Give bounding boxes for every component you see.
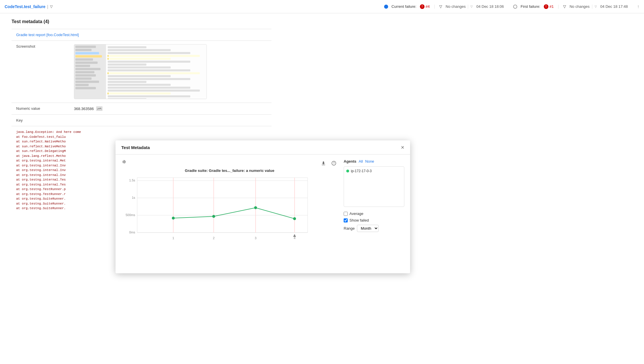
show-failed-checkbox-row: Show failed bbox=[344, 218, 404, 222]
agents-all-link[interactable]: All bbox=[359, 159, 363, 164]
no-changes-chevron[interactable]: ▽ bbox=[470, 5, 473, 8]
average-label: Average bbox=[349, 211, 363, 216]
svg-text:2: 2 bbox=[213, 236, 215, 240]
current-failure-row: Current failure: ! #4 ▽ No changes ▽ 04 … bbox=[384, 4, 504, 9]
data-point-2[interactable] bbox=[212, 215, 215, 218]
agents-label: Agents bbox=[344, 159, 356, 164]
current-failure-label: Current failure: bbox=[392, 4, 416, 9]
svg-text:0ms: 0ms bbox=[129, 231, 135, 234]
current-no-changes[interactable]: No changes ▽ bbox=[446, 4, 473, 9]
chart-controls bbox=[121, 159, 126, 165]
svg-text:3: 3 bbox=[255, 236, 256, 240]
svg-text:1: 1 bbox=[172, 236, 174, 240]
average-checkbox[interactable] bbox=[344, 212, 348, 216]
gear-icon[interactable] bbox=[121, 159, 126, 165]
svg-point-0 bbox=[123, 161, 125, 163]
table-row-key: Key bbox=[12, 115, 271, 126]
page-title: CodeTest.test_failure bbox=[5, 4, 45, 9]
first-no-changes-text: No changes bbox=[569, 4, 589, 9]
first-failure-badge[interactable]: ! #1 bbox=[544, 4, 554, 9]
stacktrace-line: at foo.CodeTest.test_failu bbox=[16, 135, 628, 140]
show-failed-label: Show failed bbox=[349, 218, 369, 222]
chart-action-buttons: ? bbox=[319, 159, 338, 167]
section-title: Test metadata (4) bbox=[12, 19, 632, 24]
divider1 bbox=[434, 5, 435, 9]
agents-none-link[interactable]: None bbox=[365, 159, 374, 164]
current-build-num: #4 bbox=[426, 4, 430, 9]
chart-svg-container: 1.5s 1s 500ms 0ms bbox=[121, 176, 338, 244]
numeric-value-text: 368.363586 bbox=[74, 107, 94, 111]
error-icon-current: ! bbox=[420, 4, 425, 9]
table-row-screenshot: Screenshot bbox=[12, 41, 271, 103]
exception-line: java.lang.Exception: And here come bbox=[16, 130, 628, 135]
svg-marker-21 bbox=[293, 234, 296, 237]
svg-rect-8 bbox=[137, 178, 308, 233]
modal-test-metadata: Test Metadata × bbox=[116, 140, 410, 273]
metadata-table: Gradle test report [foo.CodeTest.html] S… bbox=[12, 29, 271, 126]
chart-area: ? Gradle suite: Gradle tes..._failure: a… bbox=[121, 159, 338, 244]
screenshot-label: Screenshot bbox=[16, 44, 35, 49]
top-bar: CodeTest.test_failure | ▽ Current failur… bbox=[0, 0, 644, 13]
chart-icon-button[interactable] bbox=[96, 106, 103, 111]
agents-header: Agents All None bbox=[344, 159, 404, 164]
first-timestamp: 04 Dec 18 17:48 bbox=[600, 4, 628, 9]
agent-item[interactable]: ip-172-17-0-3 bbox=[346, 169, 402, 173]
divider2 bbox=[468, 5, 468, 9]
page-title-area: CodeTest.test_failure | ▽ bbox=[5, 4, 53, 9]
screenshot-preview[interactable] bbox=[74, 44, 207, 99]
show-failed-checkbox[interactable] bbox=[344, 218, 348, 222]
current-failure-badge[interactable]: ! #4 bbox=[420, 4, 430, 9]
chart-help-button[interactable]: ? bbox=[330, 159, 338, 167]
data-point-3[interactable] bbox=[254, 206, 257, 209]
svg-text:?: ? bbox=[333, 162, 335, 165]
first-failure-chevron[interactable]: ▽ bbox=[563, 4, 566, 9]
svg-rect-1 bbox=[322, 165, 325, 165]
title-separator: | bbox=[47, 4, 48, 9]
divider4 bbox=[592, 5, 592, 9]
screenshot-code bbox=[106, 44, 206, 99]
data-point-4[interactable] bbox=[293, 217, 296, 220]
numeric-label: Numeric value bbox=[16, 106, 40, 111]
divider3 bbox=[558, 5, 559, 9]
agents-list: ip-172-17-0-3 bbox=[344, 166, 404, 207]
agent-status-dot bbox=[346, 170, 349, 172]
svg-text:1s: 1s bbox=[132, 196, 135, 199]
top-bar-right: Current failure: ! #4 ▽ No changes ▽ 04 … bbox=[384, 4, 639, 9]
gradle-report-link[interactable]: Gradle test report [foo.CodeTest.html] bbox=[16, 33, 79, 37]
key-label: Key bbox=[16, 118, 23, 122]
scroll-up-arrow[interactable]: ↑ bbox=[637, 4, 639, 9]
svg-text:1.5s: 1.5s bbox=[129, 179, 135, 182]
first-failure-label: First failure: bbox=[521, 4, 540, 9]
data-point-1[interactable] bbox=[172, 217, 175, 220]
table-row-numeric: Numeric value 368.363586 bbox=[12, 103, 271, 115]
current-timestamp: 04 Dec 18 18:06 bbox=[476, 4, 504, 9]
screenshot-sidebar bbox=[74, 44, 106, 99]
average-checkbox-row: Average bbox=[344, 211, 404, 216]
current-failure-dot bbox=[384, 5, 388, 9]
error-icon-first: ! bbox=[544, 4, 548, 9]
chart-svg: 1.5s 1s 500ms 0ms bbox=[121, 176, 315, 243]
chart-download-button[interactable] bbox=[319, 159, 327, 167]
chart-title: Gradle suite: Gradle tes..._failure: a n… bbox=[121, 168, 338, 173]
modal-close-button[interactable]: × bbox=[401, 144, 404, 150]
first-no-changes[interactable]: No changes ▽ bbox=[569, 4, 597, 9]
modal-title: Test Metadata bbox=[121, 145, 150, 150]
title-chevron[interactable]: ▽ bbox=[50, 5, 53, 9]
modal-body: ? Gradle suite: Gradle tes..._failure: a… bbox=[116, 155, 410, 248]
main-content: Test metadata (4) Gradle test report [fo… bbox=[0, 13, 644, 364]
first-build-num: #1 bbox=[550, 4, 554, 9]
range-row: Range Month Week Day Year bbox=[344, 225, 404, 232]
modal-header: Test Metadata × bbox=[116, 140, 410, 155]
chart-right-panel: Agents All None ip-172-17-0-3 Average bbox=[344, 159, 404, 244]
first-failure-dot bbox=[513, 5, 517, 9]
numeric-value-cell: 368.363586 bbox=[74, 106, 267, 111]
current-failure-chevron[interactable]: ▽ bbox=[439, 4, 442, 9]
range-select[interactable]: Month Week Day Year bbox=[357, 225, 379, 232]
first-no-changes-chevron[interactable]: ▽ bbox=[595, 5, 597, 8]
svg-text:500ms: 500ms bbox=[126, 213, 135, 217]
range-label: Range bbox=[344, 226, 355, 231]
first-failure-row: First failure: ! #1 ▽ No changes ▽ 04 De… bbox=[513, 4, 628, 9]
agent-name: ip-172-17-0-3 bbox=[351, 169, 372, 173]
current-no-changes-text: No changes bbox=[446, 4, 466, 9]
table-row-gradle: Gradle test report [foo.CodeTest.html] bbox=[12, 29, 271, 41]
